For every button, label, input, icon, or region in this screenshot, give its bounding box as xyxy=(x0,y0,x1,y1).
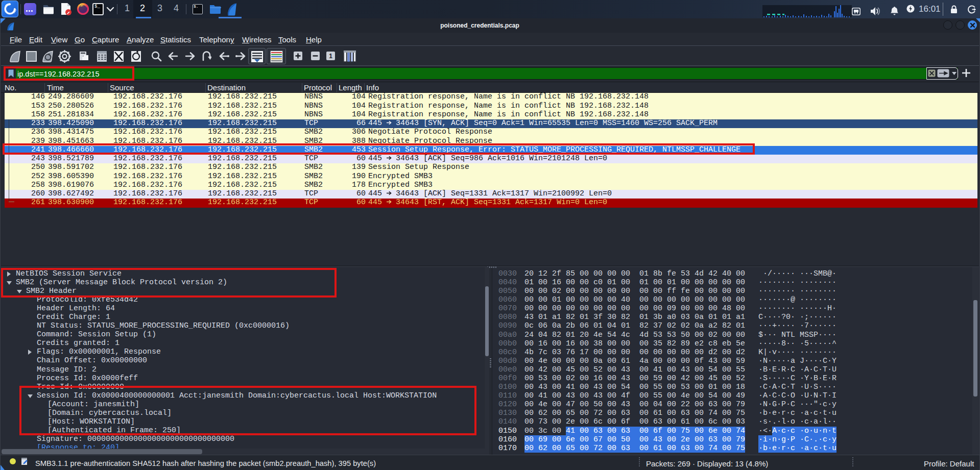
svg-text:1: 1 xyxy=(329,53,332,60)
